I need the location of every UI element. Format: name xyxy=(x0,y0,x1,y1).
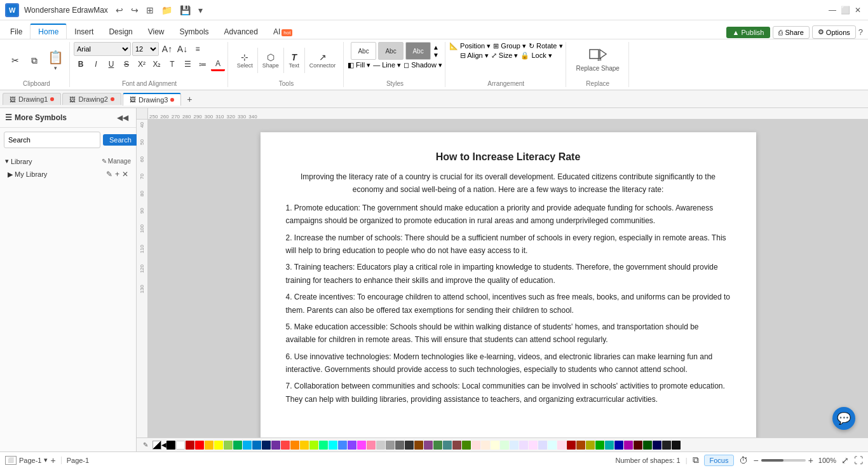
rotate-button[interactable]: ↻ Rotate ▾ xyxy=(529,42,563,50)
color-swatch-p7[interactable] xyxy=(529,441,538,450)
zoom-slider[interactable] xyxy=(761,459,806,462)
cut-button[interactable]: ✂ xyxy=(6,53,24,68)
layers-icon[interactable]: ⧉ xyxy=(693,455,699,465)
close-button[interactable]: ✕ xyxy=(853,5,863,15)
connector-button[interactable]: ↗ Connector xyxy=(306,50,339,71)
style-down-icon[interactable]: ▼ xyxy=(433,52,439,59)
no-fill-swatch[interactable] xyxy=(153,441,161,450)
doc-tab-drawing2[interactable]: 🖼 Drawing2 xyxy=(62,93,121,105)
my-library-close-button[interactable]: ✕ xyxy=(122,170,128,179)
color-swatch-p4[interactable] xyxy=(500,441,509,450)
tab-advanced[interactable]: Advanced xyxy=(217,25,266,39)
undo-button[interactable]: ↩ xyxy=(113,4,126,17)
select-button[interactable]: ⊹ Select xyxy=(234,50,256,71)
text-format-button[interactable]: T xyxy=(165,57,179,71)
color-swatch-r6[interactable] xyxy=(329,441,337,450)
font-size-select[interactable]: 12 xyxy=(132,42,159,56)
color-swatch-p8[interactable] xyxy=(538,441,547,450)
color-swatch-skyblue[interactable] xyxy=(243,441,252,450)
my-library-label[interactable]: ▶ My Library xyxy=(8,170,47,179)
color-swatch-darkblue[interactable] xyxy=(262,441,271,450)
canvas-scroll[interactable]: How to Increase Literacy Rate Improving … xyxy=(148,120,868,437)
align-h-button[interactable]: ⊟ Align ▾ xyxy=(460,52,489,60)
color-swatch-olive[interactable] xyxy=(433,441,442,450)
color-swatch-green[interactable] xyxy=(233,441,242,450)
tab-symbols[interactable]: Symbols xyxy=(172,25,217,39)
color-swatch-r3[interactable] xyxy=(300,441,309,450)
color-swatch-d8[interactable] xyxy=(634,441,642,450)
color-swatch-d10[interactable] xyxy=(653,441,661,450)
doc-tab-drawing3[interactable]: 🖼 Drawing3 xyxy=(123,93,181,106)
color-swatch-gray3[interactable] xyxy=(395,441,404,450)
color-swatch-d7[interactable] xyxy=(624,441,633,450)
manage-button[interactable]: ✎ Manage xyxy=(102,158,131,165)
color-swatch-r2[interactable] xyxy=(290,441,299,450)
minimize-button[interactable]: — xyxy=(827,5,837,15)
zoom-out-button[interactable]: − xyxy=(753,455,758,465)
color-swatch-black[interactable] xyxy=(166,441,175,450)
line-button[interactable]: ― Line ▾ xyxy=(373,61,401,69)
shadow-button[interactable]: ◻ Shadow ▾ xyxy=(403,61,442,69)
publish-button[interactable]: ▲ Publish xyxy=(726,27,771,38)
library-label[interactable]: ▾ Library xyxy=(5,157,32,165)
subscript-button[interactable]: X₂ xyxy=(150,57,164,71)
color-swatch-p1[interactable] xyxy=(471,441,480,450)
size-button[interactable]: ⤢ Size ▾ xyxy=(491,52,519,60)
color-swatch-purple[interactable] xyxy=(271,441,280,450)
font-decrease-button[interactable]: A↓ xyxy=(175,42,189,56)
color-swatch-d1[interactable] xyxy=(567,441,576,450)
color-swatch-r5[interactable] xyxy=(319,441,328,450)
lock-button[interactable]: 🔒 Lock ▾ xyxy=(520,52,552,60)
color-swatch-mauve[interactable] xyxy=(424,441,433,450)
color-swatch-black2[interactable] xyxy=(662,441,671,450)
color-swatch-d4[interactable] xyxy=(595,441,604,450)
my-library-add-button[interactable]: + xyxy=(115,170,119,179)
tab-design[interactable]: Design xyxy=(101,25,140,39)
color-swatch-r10[interactable] xyxy=(367,441,376,450)
page-icon[interactable]: ⬜ xyxy=(5,456,17,465)
share-button[interactable]: ⎙ Share xyxy=(773,26,809,39)
sidebar-collapse-button[interactable]: ◀◀ xyxy=(114,112,131,123)
more-button[interactable]: ▾ xyxy=(196,4,205,17)
search-input[interactable] xyxy=(4,132,100,148)
color-swatch-d9[interactable] xyxy=(643,441,652,450)
color-swatch-lightgreen[interactable] xyxy=(224,441,233,450)
color-swatch-p5[interactable] xyxy=(510,441,519,450)
align-button[interactable]: ≡ xyxy=(191,42,205,56)
page-dropdown[interactable]: ▾ xyxy=(44,456,48,464)
color-swatch-p3[interactable] xyxy=(491,441,499,450)
bold-button[interactable]: B xyxy=(74,57,88,71)
italic-button[interactable]: I xyxy=(89,57,103,71)
help-button[interactable]: ? xyxy=(858,27,863,37)
color-swatch-d2[interactable] xyxy=(576,441,585,450)
color-swatch-yellow[interactable] xyxy=(214,441,223,450)
list-button[interactable]: ☰ xyxy=(180,57,194,71)
color-bar-expand[interactable]: ◀ xyxy=(162,441,166,450)
color-swatch-r4[interactable] xyxy=(309,441,318,450)
color-swatch-d6[interactable] xyxy=(614,441,623,450)
search-button[interactable]: Search xyxy=(103,134,138,146)
color-swatch-p2[interactable] xyxy=(481,441,490,450)
color-swatch-darkgreen[interactable] xyxy=(462,441,471,450)
color-swatch-teal[interactable] xyxy=(443,441,452,450)
color-swatch-darkred[interactable] xyxy=(186,441,194,450)
fullscreen-button[interactable]: ⛶ xyxy=(854,455,863,465)
color-swatch-white[interactable] xyxy=(176,441,185,450)
add-tab-button[interactable]: + xyxy=(182,92,196,106)
timer-icon[interactable]: ⏱ xyxy=(739,455,748,465)
open-button[interactable]: 📁 xyxy=(159,4,175,17)
strikethrough-button[interactable]: S xyxy=(119,57,133,71)
color-swatch-p10[interactable] xyxy=(557,441,566,450)
color-swatch-gray2[interactable] xyxy=(386,441,395,450)
tab-view[interactable]: View xyxy=(140,25,172,39)
superscript-button[interactable]: X² xyxy=(135,57,149,71)
my-library-edit-button[interactable]: ✎ xyxy=(106,170,112,179)
style-swatch-3[interactable]: Abc xyxy=(405,42,431,60)
new-button[interactable]: ⊞ xyxy=(144,4,156,17)
tab-insert[interactable]: Insert xyxy=(67,25,101,39)
shape-button[interactable]: ⬡ Shape xyxy=(259,50,282,71)
color-swatch-r9[interactable] xyxy=(357,441,366,450)
style-up-icon[interactable]: ▲ xyxy=(433,44,439,51)
chatbot-button[interactable]: 💬 xyxy=(832,407,855,430)
tab-ai[interactable]: AIhot xyxy=(266,25,300,39)
